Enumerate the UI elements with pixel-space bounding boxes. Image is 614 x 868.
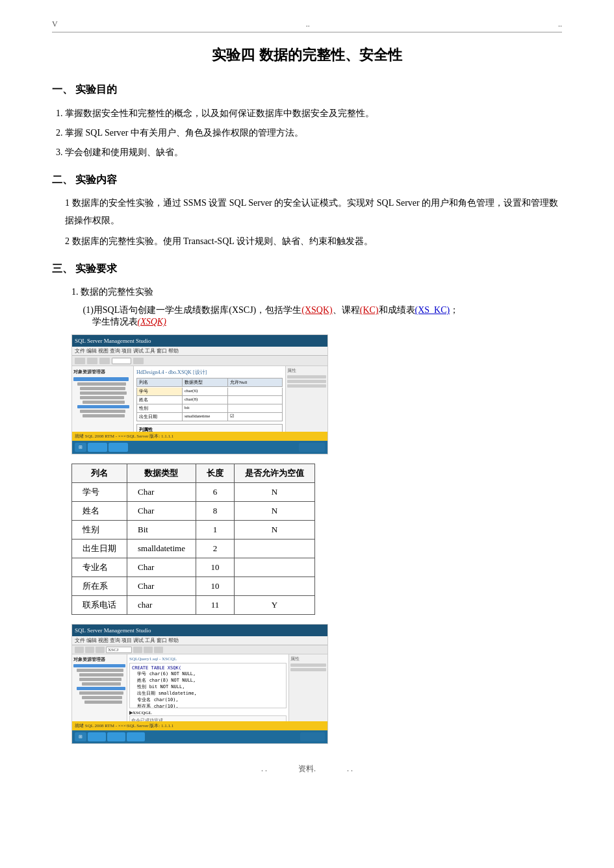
sql-line: 姓名 char(8) NOT NULL, <box>132 677 284 684</box>
red-text-2: (KC) <box>360 305 379 315</box>
sql-content: CREATE TABLE XSQK( 学号 char(6) NOT NULL, … <box>129 663 287 708</box>
col-header-name: 列名 <box>72 464 127 483</box>
titlebar-2: SQL Server Management Studio <box>72 625 327 636</box>
right-label-2: 属性 <box>290 656 326 662</box>
para2-num: 2 <box>65 236 70 246</box>
table-cell: 10 <box>196 558 234 577</box>
taskbar-2: ⊞ <box>72 730 327 743</box>
sidebar-item-2 <box>79 678 122 681</box>
sidebar-item <box>83 401 125 404</box>
table-row: 学号 char(6) <box>136 388 283 396</box>
red-text-3: (XSQK) <box>138 317 166 327</box>
cell: 学号 <box>137 388 183 395</box>
para2-text: 数据库的完整性实验。使用 Transact-SQL 设计规则、缺省、约束和触发器… <box>72 236 373 246</box>
sidebar-item <box>83 414 125 417</box>
sidebar-2: 对象资源管理器 <box>72 654 127 730</box>
sidebar-item-2 <box>79 673 123 676</box>
table-cell: 联系电话 <box>72 596 127 615</box>
taskbar-btn-2 <box>88 732 106 741</box>
result-label: ▶XSCQGL <box>129 710 287 715</box>
status-bar-2: 就绪 SQL 2008 RTM - ×××\SQL Server 版本: 1.1… <box>72 721 327 730</box>
col-header: 数据类型 <box>183 378 228 386</box>
toolbar-btn <box>75 358 85 364</box>
sidebar-item-2 <box>82 682 121 686</box>
table-cell: char <box>127 596 196 615</box>
table-cell: Char <box>127 502 196 521</box>
section1-list: 掌握数据安全性和完整性的概念，以及如何保证数据库中数据安全及完整性。 掌握 SQ… <box>52 105 562 162</box>
table-header-row: 列名 数据类型 长度 是否允许为空值 <box>72 464 315 483</box>
start-icon-2: ⊞ <box>79 734 83 739</box>
table-cell: Bit <box>127 521 196 539</box>
table-cell: Char <box>127 558 196 577</box>
right-item <box>287 375 326 378</box>
section3-sub1-label: 1. 数据的完整性实验 <box>71 284 562 301</box>
table-cell: 所在系 <box>72 577 127 596</box>
taskbar-btn <box>109 443 128 452</box>
titlebar-text-2: SQL Server Management Studio <box>75 627 151 634</box>
toolbar-btn-2 <box>96 647 105 653</box>
taskbar-btn <box>88 443 107 452</box>
sql-line: 专业名 char(10), <box>132 697 284 703</box>
sidebar-item-2 <box>84 701 122 704</box>
sidebar-item-2 <box>73 664 125 667</box>
toolbar-btn-2 <box>75 647 84 653</box>
section3-title: 三、 实验要求 <box>52 262 562 276</box>
right-item-2 <box>290 663 326 667</box>
page-header: V .. .. <box>52 19 562 32</box>
col-header: 允许Null <box>228 378 261 386</box>
table-cell: smalldatetime <box>127 539 196 558</box>
cell <box>228 396 261 404</box>
table-cell: 学号 <box>72 483 127 502</box>
header-right: .. <box>558 19 562 29</box>
table-row: 姓名Char8N <box>72 502 315 521</box>
toolbar-btn <box>133 358 144 364</box>
list-item: 掌握 SQL Server 中有关用户、角色及操作权限的管理方法。 <box>65 124 562 142</box>
sql-line: 所在系 char(10), <box>132 703 284 708</box>
table-cell: 6 <box>196 483 234 502</box>
toolbar-btn-2 <box>85 647 94 653</box>
status-bar: 就绪 SQL 2008 RTM - ×××\SQL Server 版本: 1.1… <box>72 432 327 441</box>
sidebar-item <box>80 410 125 413</box>
sidebar-header: 对象资源管理器 <box>73 369 132 375</box>
table-row: 所在系Char10 <box>72 577 315 596</box>
screenshot-2: SQL Server Management Studio 文件 编辑 视图 查询… <box>71 624 328 744</box>
toolbar-btn-2 <box>144 647 153 653</box>
screenshot-inner-1: SQL Server Management Studio 文件 编辑 视图 查询… <box>72 335 327 454</box>
col-header: 列名 <box>137 378 183 386</box>
sql-line: 性别 bit NOT NULL, <box>132 684 284 690</box>
table-cell: 性别 <box>72 521 127 539</box>
table-cell: 出生日期 <box>72 539 127 558</box>
sql-editor: SQLQuery1.sql - XSCQL CREATE TABLE XSQK(… <box>127 654 288 730</box>
cell <box>228 404 261 412</box>
table-cell: Char <box>127 577 196 596</box>
db-selector: XSCJ <box>106 647 132 653</box>
para1-num: 1 <box>65 198 70 208</box>
table-body: 学号Char6N姓名Char8N性别Bit1N出生日期smalldatetime… <box>72 483 315 615</box>
content-title: HdDesign4.4 - dbo.XSQK [设计] <box>136 369 283 376</box>
table-cell: 专业名 <box>72 558 127 577</box>
cell: 出生日期 <box>137 413 183 421</box>
sidebar-item-2 <box>77 669 123 672</box>
right-item <box>287 384 326 388</box>
footer-left: . . <box>261 764 267 773</box>
toolbar-1 <box>72 356 327 366</box>
table-row: 出生日期 smalldatetime ☑ <box>136 413 283 421</box>
table-row: 性别Bit1N <box>72 521 315 539</box>
sql-line: 出生日期 smalldatetime, <box>132 690 284 697</box>
taskbar-btn-2 <box>127 732 145 741</box>
screenshot-inner-2: SQL Server Management Studio 文件 编辑 视图 查询… <box>72 625 327 743</box>
col-header-nullable: 是否允许为空值 <box>234 464 314 483</box>
col-header-type: 数据类型 <box>127 464 196 483</box>
right-label: 属性 <box>287 367 326 374</box>
table-cell: Char <box>127 483 196 502</box>
para1-text: 数据库的安全性实验，通过 SSMS 设置 SQL Server 的安全认证模式。… <box>65 198 558 225</box>
data-table: 列名 数据类型 长度 是否允许为空值 学号Char6N姓名Char8N性别Bit… <box>71 464 315 615</box>
sidebar-item <box>73 377 129 381</box>
table-cell: 1 <box>196 521 234 539</box>
sidebar-item-selected-2 <box>77 687 125 690</box>
right-panel-2: 属性 <box>288 654 327 730</box>
table-cell <box>234 539 314 558</box>
toolbar-btn <box>99 358 110 364</box>
table-cell: 11 <box>196 596 234 615</box>
page-footer: . . 资料. . . <box>52 763 562 775</box>
